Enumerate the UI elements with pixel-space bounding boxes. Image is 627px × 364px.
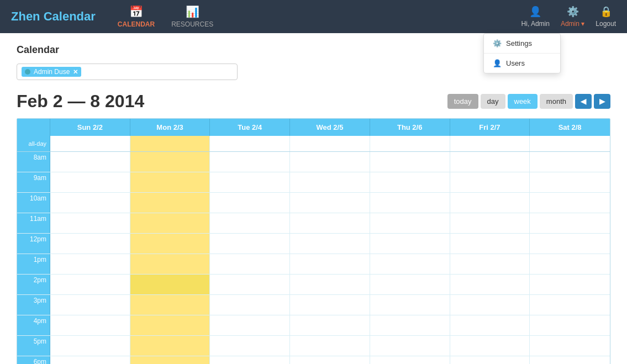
cell-12pm-wed[interactable] — [290, 234, 370, 254]
nav-calendar[interactable]: 📅 CALENDAR — [118, 5, 155, 28]
week-view-button[interactable]: week — [508, 94, 538, 109]
cell-9am-tue[interactable] — [210, 172, 290, 192]
cell-11am-tue[interactable] — [210, 213, 290, 233]
cell-10am-tue[interactable] — [210, 193, 290, 213]
cell-8am-tue[interactable] — [210, 152, 290, 172]
cell-3pm-fri[interactable] — [450, 295, 530, 315]
dropdown-users-item[interactable]: 👤 Users — [484, 54, 560, 73]
cell-4pm-sun[interactable] — [50, 315, 130, 335]
nav-admin-dropdown-trigger[interactable]: ⚙️ Admin ▾ — [561, 6, 584, 28]
cell-12pm-mon[interactable] — [130, 234, 210, 254]
allday-wed[interactable] — [290, 136, 370, 151]
cell-6pm-sun[interactable] — [50, 356, 130, 364]
day-view-button[interactable]: day — [481, 94, 505, 109]
cell-3pm-tue[interactable] — [210, 295, 290, 315]
allday-sat[interactable] — [530, 136, 610, 151]
allday-thu[interactable] — [370, 136, 450, 151]
cell-5pm-mon[interactable] — [130, 336, 210, 356]
cell-3pm-mon[interactable] — [130, 295, 210, 315]
cell-10am-sun[interactable] — [50, 193, 130, 213]
cell-11am-wed[interactable] — [290, 213, 370, 233]
allday-tue[interactable] — [210, 136, 290, 151]
cell-10am-thu[interactable] — [370, 193, 450, 213]
cell-8am-mon[interactable] — [130, 152, 210, 172]
cell-1pm-sat[interactable] — [530, 254, 610, 274]
cell-4pm-sat[interactable] — [530, 315, 610, 335]
calendar-filter-bar[interactable]: Admin Duse ✕ — [17, 64, 238, 80]
cell-6pm-tue[interactable] — [210, 356, 290, 364]
cell-2pm-thu[interactable] — [370, 275, 450, 294]
cell-11am-sun[interactable] — [50, 213, 130, 233]
cell-9am-fri[interactable] — [450, 172, 530, 192]
cell-2pm-mon[interactable] — [130, 275, 210, 294]
cell-1pm-tue[interactable] — [210, 254, 290, 274]
prev-nav-button[interactable]: ◀ — [575, 94, 592, 109]
cell-12pm-fri[interactable] — [450, 234, 530, 254]
cell-11am-fri[interactable] — [450, 213, 530, 233]
cell-12pm-sun[interactable] — [50, 234, 130, 254]
cell-4pm-fri[interactable] — [450, 315, 530, 335]
cell-11am-sat[interactable] — [530, 213, 610, 233]
cell-6pm-mon[interactable] — [130, 356, 210, 364]
today-button[interactable]: today — [447, 94, 478, 109]
cell-8am-thu[interactable] — [370, 152, 450, 172]
cell-5pm-wed[interactable] — [290, 336, 370, 356]
cell-4pm-tue[interactable] — [210, 315, 290, 335]
filter-tag-remove-button[interactable]: ✕ — [73, 68, 78, 76]
cell-8am-sun[interactable] — [50, 152, 130, 172]
cell-5pm-tue[interactable] — [210, 336, 290, 356]
cell-5pm-sun[interactable] — [50, 336, 130, 356]
cell-9am-thu[interactable] — [370, 172, 450, 192]
allday-fri[interactable] — [450, 136, 530, 151]
cell-4pm-thu[interactable] — [370, 315, 450, 335]
brand-logo[interactable]: Zhen Calendar — [11, 9, 96, 24]
cell-10am-sat[interactable] — [530, 193, 610, 213]
cell-4pm-mon[interactable] — [130, 315, 210, 335]
cell-1pm-wed[interactable] — [290, 254, 370, 274]
cell-3pm-sat[interactable] — [530, 295, 610, 315]
cell-9am-sun[interactable] — [50, 172, 130, 192]
cell-3pm-thu[interactable] — [370, 295, 450, 315]
cell-12pm-sat[interactable] — [530, 234, 610, 254]
cell-8am-wed[interactable] — [290, 152, 370, 172]
cell-1pm-thu[interactable] — [370, 254, 450, 274]
cell-4pm-wed[interactable] — [290, 315, 370, 335]
cell-6pm-thu[interactable] — [370, 356, 450, 364]
cell-11am-thu[interactable] — [370, 213, 450, 233]
cell-9am-wed[interactable] — [290, 172, 370, 192]
cell-3pm-wed[interactable] — [290, 295, 370, 315]
cell-10am-mon[interactable] — [130, 193, 210, 213]
calendar-scroll-area[interactable]: 8am 9am 10am — [17, 152, 610, 364]
cell-6pm-wed[interactable] — [290, 356, 370, 364]
cell-1pm-mon[interactable] — [130, 254, 210, 274]
nav-resources[interactable]: 📊 RESOURCES — [171, 5, 213, 28]
cell-2pm-tue[interactable] — [210, 275, 290, 294]
cell-1pm-fri[interactable] — [450, 254, 530, 274]
cell-11am-mon[interactable] — [130, 213, 210, 233]
cell-9am-mon[interactable] — [130, 172, 210, 192]
cell-8am-fri[interactable] — [450, 152, 530, 172]
cell-8am-sat[interactable] — [530, 152, 610, 172]
cell-2pm-sun[interactable] — [50, 275, 130, 294]
cell-10am-fri[interactable] — [450, 193, 530, 213]
cell-9am-sat[interactable] — [530, 172, 610, 192]
cell-2pm-wed[interactable] — [290, 275, 370, 294]
cell-5pm-sat[interactable] — [530, 336, 610, 356]
cell-5pm-fri[interactable] — [450, 336, 530, 356]
cell-10am-wed[interactable] — [290, 193, 370, 213]
cell-5pm-thu[interactable] — [370, 336, 450, 356]
cell-6pm-fri[interactable] — [450, 356, 530, 364]
cell-3pm-sun[interactable] — [50, 295, 130, 315]
cell-2pm-sat[interactable] — [530, 275, 610, 294]
cell-12pm-thu[interactable] — [370, 234, 450, 254]
cell-6pm-sat[interactable] — [530, 356, 610, 364]
cell-12pm-tue[interactable] — [210, 234, 290, 254]
cell-1pm-sun[interactable] — [50, 254, 130, 274]
cell-2pm-fri[interactable] — [450, 275, 530, 294]
dropdown-settings-item[interactable]: ⚙️ Settings — [484, 34, 560, 53]
allday-mon[interactable] — [130, 136, 210, 151]
filter-tag-admin-duse[interactable]: Admin Duse ✕ — [22, 67, 81, 77]
next-nav-button[interactable]: ▶ — [594, 94, 610, 109]
allday-sun[interactable] — [50, 136, 130, 151]
month-view-button[interactable]: month — [540, 94, 573, 109]
